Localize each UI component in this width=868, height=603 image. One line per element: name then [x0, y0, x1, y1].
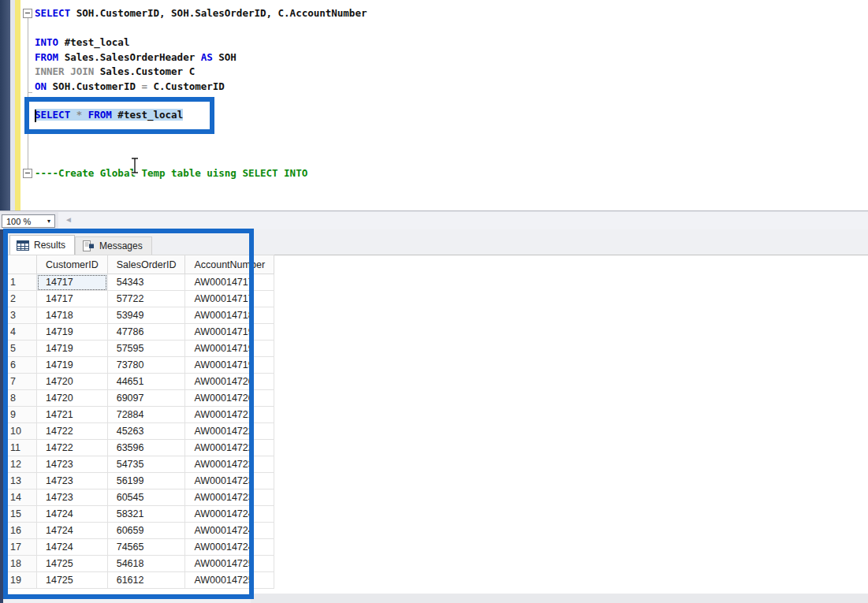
data-cell[interactable]: AW00014719 [185, 357, 274, 374]
data-cell[interactable]: 14720 [37, 374, 108, 390]
data-cell[interactable]: 54618 [107, 556, 185, 572]
data-cell[interactable]: 54343 [107, 274, 185, 291]
row-number-cell[interactable]: 17 [6, 539, 37, 556]
row-number-cell[interactable]: 15 [6, 506, 37, 523]
row-number-cell[interactable]: 14 [6, 489, 37, 506]
data-cell[interactable]: AW00014722 [185, 440, 274, 456]
scrollbar-left-arrow-icon[interactable]: ◄ [65, 215, 73, 224]
data-cell[interactable]: 53949 [107, 307, 185, 324]
data-cell[interactable]: AW00014724 [185, 523, 274, 539]
data-cell[interactable]: 14719 [37, 341, 108, 357]
data-cell[interactable]: 14719 [37, 357, 108, 374]
data-cell[interactable]: AW00014721 [185, 407, 274, 423]
data-cell[interactable]: 14723 [37, 473, 108, 489]
sql-operator: * [70, 109, 88, 121]
data-cell[interactable]: 14725 [37, 572, 108, 589]
row-number-cell[interactable]: 7 [6, 374, 37, 390]
data-cell[interactable]: 14722 [37, 440, 108, 456]
horizontal-scrollbar[interactable]: ◄ [58, 212, 868, 229]
row-number-cell[interactable]: 11 [6, 440, 37, 456]
row-number-cell[interactable]: 2 [6, 291, 37, 307]
table-row: 41471947786AW00014719 [6, 324, 274, 341]
data-cell[interactable]: 61612 [107, 572, 185, 589]
data-cell[interactable]: 14717 [37, 274, 108, 291]
data-cell[interactable]: 14724 [37, 523, 108, 539]
row-number-cell[interactable]: 3 [6, 307, 37, 324]
data-cell[interactable]: AW00014724 [185, 506, 274, 523]
data-cell[interactable]: 14721 [37, 407, 108, 423]
data-cell[interactable]: 14723 [37, 456, 108, 473]
data-cell[interactable]: 14723 [37, 489, 108, 506]
column-header-salesorderid[interactable]: SalesOrderID [107, 255, 185, 274]
row-number-cell[interactable]: 4 [6, 324, 37, 341]
row-number-cell[interactable]: 16 [6, 523, 37, 539]
data-cell[interactable]: 14719 [37, 324, 108, 341]
grid-corner-cell[interactable] [6, 255, 37, 274]
sql-keyword: AS [201, 51, 213, 63]
data-cell[interactable]: 14718 [37, 307, 108, 324]
data-cell[interactable]: AW00014719 [185, 324, 274, 341]
data-cell[interactable]: 14724 [37, 539, 108, 556]
sql-keyword: FROM [35, 51, 58, 63]
code-line: FROM Sales.SalesOrderHeader AS SOH [35, 50, 237, 65]
sql-editor[interactable]: SELECT SOH.CustomerID, SOH.SalesOrderID,… [0, 0, 868, 210]
row-number-cell[interactable]: 12 [6, 456, 37, 473]
data-cell[interactable]: 14720 [37, 390, 108, 407]
row-number-cell[interactable]: 13 [6, 473, 37, 489]
data-cell[interactable]: AW00014719 [185, 341, 274, 357]
data-cell[interactable]: AW00014720 [185, 374, 274, 390]
data-cell[interactable]: AW00014717 [185, 274, 274, 291]
zoom-level-dropdown[interactable]: 100 % ▾ [2, 214, 55, 228]
data-cell[interactable]: 54735 [107, 456, 185, 473]
data-cell[interactable]: AW00014724 [185, 539, 274, 556]
results-table: CustomerIDSalesOrderIDAccountNumber 1147… [5, 255, 274, 589]
data-cell[interactable]: 60545 [107, 489, 185, 506]
column-header-customerid[interactable]: CustomerID [37, 255, 108, 274]
data-cell[interactable]: 14724 [37, 506, 108, 523]
tab-results[interactable]: Results [9, 235, 75, 255]
row-number-cell[interactable]: 18 [6, 556, 37, 572]
row-number-cell[interactable]: 19 [6, 572, 37, 589]
data-cell[interactable]: AW00014725 [185, 556, 274, 572]
row-number-cell[interactable]: 9 [6, 407, 37, 423]
table-row: 191472561612AW00014725 [6, 572, 274, 589]
data-cell[interactable]: 47786 [107, 324, 185, 341]
data-cell[interactable]: AW00014722 [185, 423, 274, 440]
collapse-minus-icon[interactable] [23, 9, 32, 18]
data-cell[interactable]: 57595 [107, 341, 185, 357]
sql-keyword: SELECT [35, 109, 70, 121]
data-cell[interactable]: 60659 [107, 523, 185, 539]
data-cell[interactable]: AW00014723 [185, 489, 274, 506]
data-cell[interactable]: 44651 [107, 374, 185, 390]
row-number-cell[interactable]: 5 [6, 341, 37, 357]
data-cell[interactable]: 45263 [107, 423, 185, 440]
data-cell[interactable]: 14717 [37, 291, 108, 307]
row-number-cell[interactable]: 1 [6, 274, 37, 291]
data-cell[interactable]: 14725 [37, 556, 108, 572]
tab-messages[interactable]: Messages [75, 236, 152, 255]
row-number-cell[interactable]: 10 [6, 423, 37, 440]
data-cell[interactable]: AW00014718 [185, 307, 274, 324]
data-cell[interactable]: 74565 [107, 539, 185, 556]
data-cell[interactable]: AW00014717 [185, 291, 274, 307]
sql-keyword: FROM [88, 109, 112, 121]
data-cell[interactable]: 63596 [107, 440, 185, 456]
data-cell[interactable]: 73780 [107, 357, 185, 374]
row-number-cell[interactable]: 6 [6, 357, 37, 374]
results-grid-icon [17, 240, 29, 251]
data-cell[interactable]: 72884 [107, 407, 185, 423]
collapse-minus-icon[interactable] [23, 169, 32, 178]
data-cell[interactable]: AW00014720 [185, 390, 274, 407]
data-cell[interactable]: AW00014725 [185, 572, 274, 589]
data-cell[interactable]: 69097 [107, 390, 185, 407]
column-header-accountnumber[interactable]: AccountNumber [185, 255, 274, 274]
data-cell[interactable]: 14722 [37, 423, 108, 440]
data-cell[interactable]: 56199 [107, 473, 185, 489]
grid-bottom-scrollbar-area[interactable] [251, 594, 868, 603]
data-cell[interactable]: 58321 [107, 506, 185, 523]
table-row: 51471957595AW00014719 [6, 341, 274, 357]
data-cell[interactable]: AW00014723 [185, 456, 274, 473]
data-cell[interactable]: 57722 [107, 291, 185, 307]
row-number-cell[interactable]: 8 [6, 390, 37, 407]
data-cell[interactable]: AW00014723 [185, 473, 274, 489]
